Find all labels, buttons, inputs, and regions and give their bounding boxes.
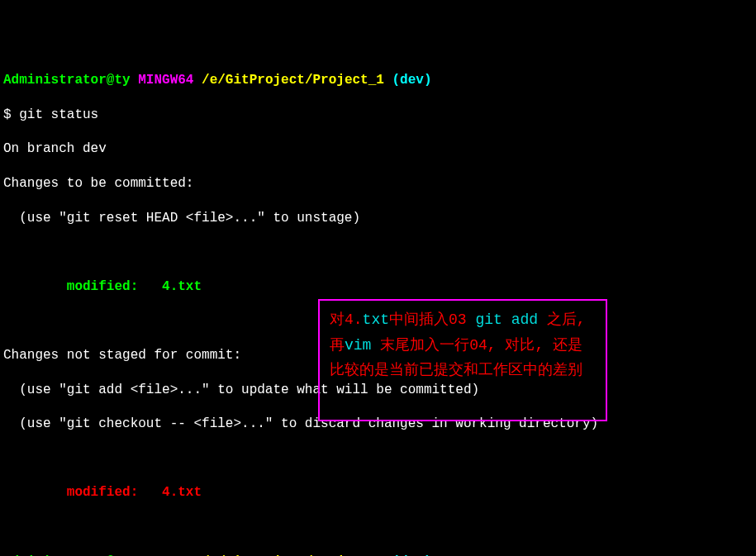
annotation-text: 中间插入03: [389, 311, 475, 328]
annotation-highlight: vim: [345, 337, 371, 354]
blank-line: [3, 244, 753, 261]
status-branch: On branch dev: [3, 140, 753, 158]
path-label: /e/GitProject/Project_1: [202, 73, 384, 88]
terminal-prompt-1: Administrator@ty MINGW64 /e/GitProject/P…: [3, 72, 753, 89]
status-to-commit-header: Changes to be committed:: [3, 175, 753, 192]
status-modified-unstaged: modified: 4.txt: [3, 484, 753, 501]
annotation-highlight: txt: [363, 311, 389, 328]
status-hint-reset: (use "git reset HEAD <file>..." to unsta…: [3, 210, 753, 227]
annotation-text: 对4.: [330, 311, 363, 328]
blank-line: [3, 450, 753, 468]
shell-label: MINGW64: [138, 73, 193, 88]
user-host: Administrator@ty: [3, 73, 131, 88]
annotation-highlight: git add: [475, 311, 538, 328]
terminal-prompt-2: Administrator@ty MINGW64 /e/GitProject/P…: [3, 554, 753, 557]
blank-line: [3, 519, 753, 536]
status-modified-staged: modified: 4.txt: [3, 278, 753, 296]
annotation-callout: 对4.txt中间插入03 git add 之后, 再vim 末尾加入一行04, …: [318, 299, 607, 421]
branch-label: (dev): [392, 73, 432, 88]
command-git-status: $ git status: [3, 107, 753, 124]
